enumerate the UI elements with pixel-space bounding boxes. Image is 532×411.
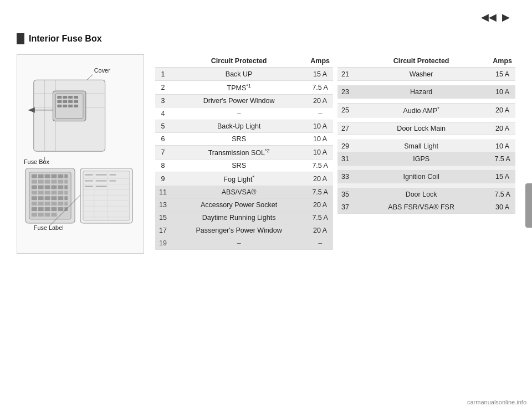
row-number: 9 (155, 172, 171, 186)
row-number (337, 117, 353, 122)
table-row: 23Hazard10 A (337, 86, 515, 99)
row-amps (489, 166, 515, 171)
row-amps: 10 A (489, 140, 515, 153)
row-number: 4 (155, 107, 171, 120)
row-circuit: Accessory Power Socket (171, 199, 307, 212)
svg-rect-64 (38, 207, 44, 211)
row-number (337, 99, 353, 104)
row-number: 35 (337, 188, 353, 201)
next-arrow[interactable]: ▶ (502, 11, 510, 23)
row-circuit: Back-Up Light (171, 120, 307, 133)
table-row: 4–– (155, 107, 333, 120)
svg-rect-16 (74, 100, 78, 103)
row-amps (489, 117, 515, 122)
row-circuit (353, 183, 489, 188)
row-number (337, 135, 353, 140)
row-number: 7 (155, 146, 171, 160)
row-circuit: Hazard (353, 86, 489, 99)
table-row: 37ABS FSR/VSA® FSR30 A (337, 201, 515, 214)
table-row: 9Fog Light*20 A (155, 172, 333, 186)
row-circuit: Transmission SOL*2 (171, 146, 307, 160)
main-content: Interior Fuse Box Cover (17, 33, 515, 378)
table-row: 17Passenger's Power Window20 A (155, 224, 333, 237)
row-number (337, 183, 353, 188)
svg-rect-57 (32, 202, 37, 206)
svg-rect-39 (32, 185, 37, 189)
row-circuit: ABS FSR/VSA® FSR (353, 201, 489, 214)
row-circuit (353, 135, 489, 140)
svg-rect-69 (32, 213, 37, 217)
svg-rect-50 (64, 191, 68, 194)
svg-rect-32 (64, 174, 68, 178)
row-circuit: Ignition Coil (353, 171, 489, 183)
table-row (337, 81, 515, 86)
left-col-amps-header: Amps (307, 54, 333, 68)
table-row (337, 117, 515, 122)
svg-rect-91 (109, 174, 116, 176)
row-circuit: Fog Light* (171, 172, 307, 186)
svg-rect-13 (57, 100, 62, 103)
svg-rect-56 (64, 196, 68, 200)
row-number: 17 (155, 224, 171, 237)
row-number: 8 (155, 160, 171, 172)
svg-rect-31 (58, 174, 63, 178)
svg-rect-14 (63, 100, 67, 103)
row-number: 33 (337, 171, 353, 183)
right-col-circuit-header: Circuit Protected (353, 54, 489, 68)
row-amps: – (307, 237, 333, 250)
svg-rect-49 (58, 191, 63, 194)
row-amps: 7.5 A (489, 188, 515, 201)
table-row (337, 135, 515, 140)
row-amps: 30 A (489, 201, 515, 214)
svg-rect-44 (64, 185, 68, 189)
svg-rect-70 (38, 213, 44, 217)
row-number: 21 (337, 68, 353, 81)
svg-rect-87 (85, 186, 93, 187)
table-row: 27Door Lock Main20 A (337, 122, 515, 135)
row-circuit: Daytime Running Lights (171, 212, 307, 224)
section-header: Interior Fuse Box (17, 33, 515, 44)
right-fuse-table: Circuit Protected Amps 21Washer15 A23Haz… (337, 54, 515, 214)
svg-rect-71 (45, 213, 50, 217)
svg-rect-67 (58, 207, 63, 211)
row-circuit: TPMS*1 (171, 81, 307, 95)
row-amps: 10 A (307, 133, 333, 146)
svg-rect-54 (52, 196, 57, 200)
prev-arrow[interactable]: ◀◀ (481, 11, 497, 23)
svg-rect-34 (38, 180, 44, 184)
fuse-tables: Circuit Protected Amps 1Back UP15 A2TPMS… (155, 54, 515, 254)
svg-rect-19 (68, 105, 73, 107)
svg-rect-89 (96, 181, 107, 182)
row-number (337, 81, 353, 86)
row-number: 31 (337, 153, 353, 166)
table-row: 35Door Lock7.5 A (337, 188, 515, 201)
svg-rect-41 (45, 185, 50, 189)
svg-rect-29 (45, 174, 50, 178)
navigation-arrows: ◀◀ ▶ (481, 11, 510, 23)
fuse-diagram: Cover (17, 54, 144, 254)
table-row: 33Ignition Coil15 A (337, 171, 515, 183)
table-row: 21Washer15 A (337, 68, 515, 81)
svg-rect-35 (45, 180, 50, 184)
svg-rect-37 (58, 180, 63, 184)
row-amps (489, 183, 515, 188)
row-circuit: Washer (353, 68, 489, 81)
diagram-svg: Cover (23, 60, 138, 248)
table-row (337, 166, 515, 171)
row-number: 11 (155, 186, 171, 199)
svg-rect-90 (96, 186, 107, 187)
svg-rect-18 (63, 105, 67, 107)
row-amps: 7.5 A (307, 212, 333, 224)
svg-rect-59 (45, 202, 50, 206)
table-row: 6SRS10 A (155, 133, 333, 146)
side-tab (525, 183, 532, 228)
svg-rect-85 (85, 174, 93, 176)
svg-rect-36 (52, 180, 57, 184)
row-circuit: Small Light (353, 140, 489, 153)
row-number: 13 (155, 199, 171, 212)
svg-rect-43 (58, 185, 63, 189)
svg-rect-45 (32, 191, 37, 194)
section-header-icon (17, 33, 24, 44)
row-amps: 20 A (489, 122, 515, 135)
table-row: 8SRS7.5 A (155, 160, 333, 172)
